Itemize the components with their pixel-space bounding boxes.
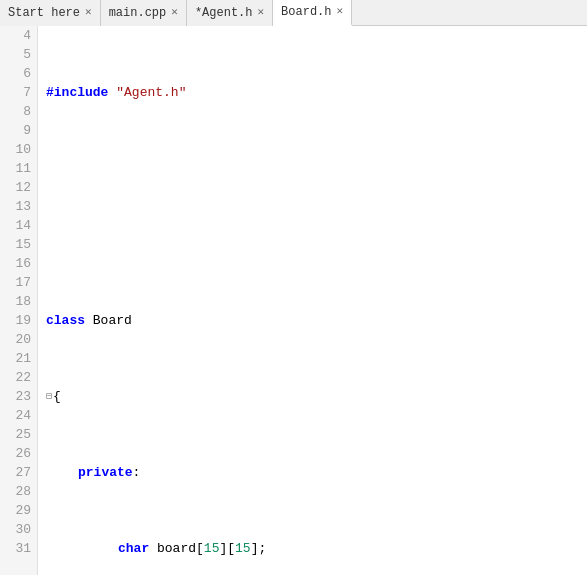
tab-agent-h[interactable]: *Agent.h ✕ (187, 0, 273, 26)
code-line-7: class Board (46, 311, 587, 330)
private-keyword: private (78, 463, 133, 482)
tab-label: main.cpp (109, 6, 167, 20)
code-line-4: #include "Agent.h" (46, 83, 587, 102)
code-line-9: private: (46, 463, 587, 482)
tab-close-main-cpp[interactable]: ✕ (171, 7, 178, 18)
code-area: 4 5 6 7 8 9 10 11 12 13 14 15 16 17 18 1… (0, 26, 587, 575)
char-keyword: char (118, 539, 149, 558)
tab-label: Board.h (281, 5, 331, 19)
tab-label: Start here (8, 6, 80, 20)
class-keyword: class (46, 311, 85, 330)
tab-bar: Start here ✕ main.cpp ✕ *Agent.h ✕ Board… (0, 0, 587, 26)
code-line-10: char board[15][15]; (46, 539, 587, 558)
tab-main-cpp[interactable]: main.cpp ✕ (101, 0, 187, 26)
tab-board-h[interactable]: Board.h ✕ (273, 0, 352, 26)
code-line-6 (46, 235, 587, 254)
tab-close-start-here[interactable]: ✕ (85, 7, 92, 18)
code-line-8: ⊟{ (46, 387, 587, 406)
preprocessor-hash: #include (46, 83, 108, 102)
collapse-icon[interactable]: ⊟ (46, 387, 52, 406)
include-string: "Agent.h" (116, 83, 186, 102)
code-line-5 (46, 159, 587, 178)
tab-close-board-h[interactable]: ✕ (337, 6, 344, 17)
tab-close-agent-h[interactable]: ✕ (257, 7, 264, 18)
code-editor[interactable]: #include "Agent.h" class Board ⊟{ privat… (38, 26, 587, 575)
line-numbers: 4 5 6 7 8 9 10 11 12 13 14 15 16 17 18 1… (0, 26, 38, 575)
tab-start-here[interactable]: Start here ✕ (0, 0, 101, 26)
tab-label: *Agent.h (195, 6, 253, 20)
